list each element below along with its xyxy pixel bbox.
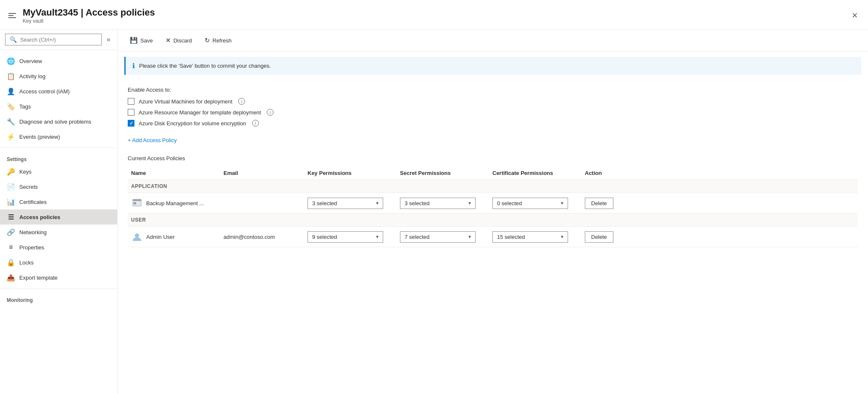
networking-icon: 🔗: [7, 228, 15, 236]
group-application-label: APPLICATION: [131, 183, 167, 189]
tags-icon: 🏷️: [7, 102, 15, 111]
delete-button[interactable]: Delete: [585, 198, 613, 209]
cell-secret-perm: 7 selected ▾: [397, 231, 489, 243]
discard-button[interactable]: ✕ Discard: [160, 34, 197, 47]
sidebar-item-activity-log[interactable]: 📋 Activity log: [0, 69, 117, 84]
sidebar-item-locks[interactable]: 🔒 Locks: [0, 255, 117, 270]
close-button[interactable]: ✕: [848, 9, 861, 22]
checkbox-vm: Azure Virtual Machines for deployment i: [128, 98, 858, 105]
save-button[interactable]: 💾 Save: [124, 34, 158, 47]
cell-action: Delete: [581, 198, 632, 209]
sidebar-item-access-policies[interactable]: ☰ Access policies: [0, 209, 117, 225]
cert-perm-value: 0 selected: [497, 200, 522, 206]
cell-name: Admin User: [128, 231, 220, 243]
table-row: Backup Management ... 3 selected ▾: [128, 193, 858, 214]
sidebar-item-label: Locks: [19, 259, 34, 266]
refresh-button[interactable]: ↻ Refresh: [199, 34, 237, 47]
table-header: Name Email Key Permissions Secret Permis…: [128, 167, 858, 180]
sidebar-item-networking[interactable]: 🔗 Networking: [0, 225, 117, 240]
chevron-down-icon: ▾: [561, 200, 563, 206]
main-layout: 🔍 « 🌐 Overview 📋 Activity log 👤 A: [0, 29, 868, 394]
sidebar-item-label: Keys: [19, 169, 32, 175]
checkbox-arm: Azure Resource Manager for template depl…: [128, 109, 858, 116]
iam-icon: 👤: [7, 87, 15, 95]
sidebar-item-events[interactable]: ⚡ Events (preview): [0, 129, 117, 144]
app-icon: [131, 197, 143, 209]
events-icon: ⚡: [7, 132, 15, 141]
sidebar-nav: 🌐 Overview 📋 Activity log 👤 Access contr…: [0, 50, 117, 394]
key-permissions-dropdown[interactable]: 9 selected ▾: [308, 231, 383, 243]
cell-key-perm: 9 selected ▾: [304, 231, 397, 243]
vm-info-icon[interactable]: i: [238, 98, 245, 105]
sidebar-item-label: Export template: [19, 275, 58, 281]
monitoring-section-title: Monitoring: [0, 292, 117, 305]
sidebar-item-label: Overview: [19, 58, 42, 64]
group-application: APPLICATION: [128, 180, 858, 193]
delete-button[interactable]: Delete: [585, 231, 613, 243]
group-user: USER: [128, 214, 858, 227]
sidebar-item-iam[interactable]: 👤 Access control (IAM): [0, 84, 117, 99]
chevron-down-icon: ▾: [468, 234, 471, 240]
arm-info-icon[interactable]: i: [267, 109, 274, 116]
sidebar-item-tags[interactable]: 🏷️ Tags: [0, 99, 117, 114]
sidebar-item-properties[interactable]: ≡ Properties: [0, 240, 117, 255]
sidebar-item-overview[interactable]: 🌐 Overview: [0, 53, 117, 69]
checkbox-disk-input[interactable]: [128, 120, 134, 127]
cell-cert-perm: 0 selected ▾: [489, 198, 581, 209]
sidebar-item-keys[interactable]: 🔑 Keys: [0, 164, 117, 179]
secret-permissions-dropdown[interactable]: 7 selected ▾: [400, 231, 476, 243]
enable-access-section: Enable Access to: Azure Virtual Machines…: [128, 87, 858, 127]
diagnose-icon: 🔧: [7, 117, 15, 126]
user-icon: [131, 231, 143, 243]
sidebar-item-secrets[interactable]: 📄 Secrets: [0, 179, 117, 194]
search-input[interactable]: [20, 37, 97, 43]
policies-section: Current Access Policies Name Email Key P…: [128, 155, 858, 247]
col-key-perm: Key Permissions: [304, 170, 397, 176]
svg-rect-2: [134, 202, 136, 204]
nav-divider: [0, 148, 117, 148]
cert-permissions-dropdown[interactable]: 0 selected ▾: [492, 198, 568, 209]
sidebar-item-label: Secrets: [19, 184, 38, 190]
checkbox-arm-label: Azure Resource Manager for template depl…: [139, 109, 261, 116]
discard-icon: ✕: [166, 37, 171, 44]
cell-secret-perm: 3 selected ▾: [397, 198, 489, 209]
discard-label: Discard: [174, 37, 192, 44]
sidebar-item-certificates[interactable]: 📊 Certificates: [0, 194, 117, 209]
disk-info-icon[interactable]: i: [252, 120, 259, 127]
key-permissions-dropdown[interactable]: 3 selected ▾: [308, 198, 383, 209]
locks-icon: 🔒: [7, 258, 15, 267]
sidebar-item-export[interactable]: 📤 Export template: [0, 270, 117, 285]
page-title: MyVault2345 | Access policies: [23, 7, 155, 18]
search-icon: 🔍: [10, 36, 17, 43]
sidebar-item-label: Certificates: [19, 199, 47, 205]
key-perm-value: 3 selected: [312, 200, 337, 206]
chevron-down-icon: ▾: [376, 200, 379, 206]
sidebar-item-label: Diagnose and solve problems: [19, 119, 91, 125]
sidebar-item-label: Properties: [19, 244, 44, 251]
checkbox-vm-input[interactable]: [128, 98, 134, 105]
keys-icon: 🔑: [7, 167, 15, 176]
svg-point-3: [135, 233, 139, 238]
properties-icon: ≡: [7, 243, 15, 251]
content-area: 💾 Save ✕ Discard ↻ Refresh ℹ Please clic…: [118, 29, 868, 394]
col-cert-perm: Certificate Permissions: [489, 170, 581, 176]
sidebar-item-diagnose[interactable]: 🔧 Diagnose and solve problems: [0, 114, 117, 129]
add-access-policy-link[interactable]: + Add Access Policy: [128, 137, 177, 143]
search-box: 🔍 «: [0, 29, 117, 50]
overview-icon: 🌐: [7, 57, 15, 65]
cert-permissions-dropdown[interactable]: 15 selected ▾: [492, 231, 568, 243]
sidebar-item-label: Tags: [19, 103, 31, 110]
table-row: Admin User admin@contoso.com 9 selected …: [128, 227, 858, 247]
chevron-down-icon: ▾: [376, 234, 379, 240]
secret-permissions-dropdown[interactable]: 3 selected ▾: [400, 198, 476, 209]
cell-cert-perm: 15 selected ▾: [489, 231, 581, 243]
checkbox-arm-input[interactable]: [128, 109, 134, 116]
hamburger-icon[interactable]: [7, 11, 18, 20]
page-content: Enable Access to: Azure Virtual Machines…: [118, 80, 868, 254]
col-email: Email: [220, 170, 304, 176]
collapse-sidebar-button[interactable]: «: [105, 34, 112, 45]
sidebar: 🔍 « 🌐 Overview 📋 Activity log 👤 A: [0, 29, 118, 394]
secrets-icon: 📄: [7, 182, 15, 191]
chevron-down-icon: ▾: [561, 234, 563, 240]
sidebar-item-label: Activity log: [19, 73, 45, 79]
